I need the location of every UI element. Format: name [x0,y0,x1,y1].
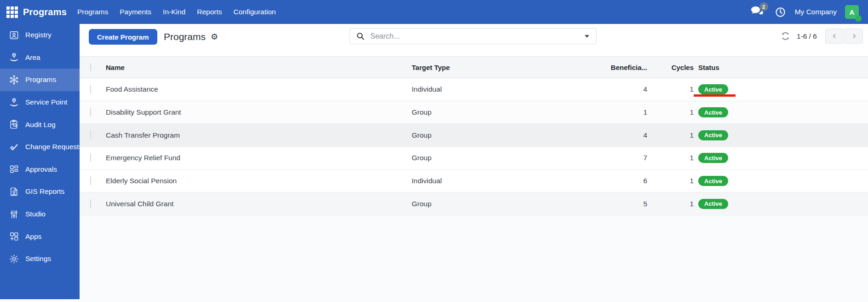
sidebar-item-registry[interactable]: Registry [0,24,80,46]
sidebar-item-label: GIS Reports [25,187,64,196]
check-icon [9,142,19,152]
row-checkbox[interactable] [90,199,91,208]
sidebar-item-label: Settings [25,255,51,263]
refresh-icon[interactable] [781,32,790,41]
sidebar-item-approvals[interactable]: Approvals [0,158,80,181]
page-title: Programs [164,31,206,42]
cell-name: Emergency Relief Fund [106,154,180,162]
cell-target-type: Group [412,131,431,139]
pager-range: 1-6 / 6 [797,32,817,41]
hand-pin-icon [9,97,19,108]
row-checkbox[interactable] [90,108,91,116]
view-settings-gear-icon[interactable]: ⚙ [211,33,218,41]
sidebar-item-audit-log[interactable]: Audit Log [0,113,80,136]
menu-reports[interactable]: Reports [197,6,222,18]
pager-next-button[interactable] [845,29,863,44]
row-checkbox[interactable] [90,85,91,93]
cell-target-type: Group [412,200,431,208]
sidebar-item-area[interactable]: Area [0,46,80,69]
programs-list: NameTarget TypeBeneficia...CyclesStatus … [80,56,868,215]
cell-name: Disability Support Grant [106,108,181,116]
column-header-target-type[interactable]: Target Type [412,64,450,71]
user-avatar[interactable]: A [845,5,859,19]
menu-payments[interactable]: Payments [120,6,151,18]
sidebar-item-label: Change Requests [25,143,82,151]
search-filters-caret-icon[interactable] [585,35,589,38]
sidebar-item-label: Area [25,53,40,62]
gear-icon [9,254,19,264]
cell-beneficiaries: 4 [643,131,647,139]
sidebar-item-label: Studio [25,210,46,218]
cell-beneficiaries: 6 [643,177,647,185]
sidebar-item-label: Approvals [25,165,57,174]
table-row-elderly-social-pension[interactable]: Elderly Social PensionIndividual61Active [80,170,868,193]
cell-target-type: Group [412,108,431,116]
status-badge: Active [698,107,728,117]
network-icon [9,75,19,85]
sidebar-item-label: Programs [25,76,56,84]
sidebar-item-settings[interactable]: Settings [0,248,80,270]
sidebar-item-studio[interactable]: Studio [0,203,80,226]
cell-cycles: 1 [690,177,694,185]
cell-cycles: 1 [690,131,694,139]
status-badge: Active [698,176,728,186]
cell-cycles: 1 [690,154,694,162]
app-title: Programs [23,7,67,17]
search-input[interactable] [369,32,585,41]
row-checkbox[interactable] [90,153,91,162]
create-program-button[interactable]: Create Program [89,29,157,45]
company-switcher[interactable]: My Company [795,8,837,16]
breadcrumb: Programs ⚙ [164,24,218,50]
pager-previous-button[interactable] [825,29,844,44]
table-row-emergency-relief-fund[interactable]: Emergency Relief FundGroup71Active [80,147,868,170]
sidebar-item-programs[interactable]: Programs [0,69,80,91]
top-navbar: Programs ProgramsPaymentsIn-KindReportsC… [0,0,868,24]
activities-clock-icon[interactable] [775,7,786,17]
cell-beneficiaries: 4 [643,85,647,93]
cell-target-type: Individual [412,177,442,185]
table-row-cash-transfer-program[interactable]: Cash Transfer ProgramGroup41Active [80,124,868,147]
table-row-disability-support-grant[interactable]: Disability Support GrantGroup11Active [80,101,868,124]
cell-cycles: 1 [690,85,694,93]
table-row-universal-child-grant[interactable]: Universal Child GrantGroup51Active [80,192,868,215]
menu-programs[interactable]: Programs [77,6,108,18]
document-pin-icon [9,186,19,197]
cell-beneficiaries: 5 [643,200,647,208]
menu-in-kind[interactable]: In-Kind [163,6,185,18]
status-badge: Active [698,84,728,94]
cell-cycles: 1 [690,108,694,116]
column-header-cycles[interactable]: Cycles [672,64,694,71]
main-content: Create Program Programs ⚙ [80,24,868,302]
annotation-underline [694,94,736,97]
table-row-food-assistance[interactable]: Food AssistanceIndividual41Active [80,78,868,101]
apps-grid-icon[interactable] [6,6,18,18]
menu-configuration[interactable]: Configuration [234,6,276,18]
sidebar-item-label: Service Point [25,98,67,106]
sidebar-item-change-requests[interactable]: Change Requests [0,136,80,158]
application-window: Programs ProgramsPaymentsIn-KindReportsC… [0,0,868,302]
messages-icon[interactable]: 2 [751,6,763,18]
row-checkbox[interactable] [90,131,91,139]
search-icon [356,32,365,41]
column-header-name[interactable]: Name [106,64,125,71]
row-checkbox[interactable] [90,176,91,185]
id-card-icon [9,30,19,41]
cell-cycles: 1 [690,200,694,208]
blocks-icon [9,164,19,174]
sidebar-item-service-point[interactable]: Service Point [0,91,80,114]
empty-area [80,215,868,302]
cell-name: Universal Child Grant [106,200,173,208]
clipboard-search-icon [9,119,19,130]
cell-target-type: Individual [412,85,442,93]
hand-pin-icon [9,52,19,63]
messages-count-badge: 2 [759,2,768,11]
cell-beneficiaries: 1 [643,108,647,116]
sidebar-item-label: Audit Log [25,121,56,129]
select-all-checkbox[interactable] [90,63,91,72]
column-header-status[interactable]: Status [698,64,719,71]
status-badge: Active [698,153,728,163]
cell-name: Elderly Social Pension [106,177,177,185]
sidebar-item-apps[interactable]: Apps [0,225,80,248]
sidebar-item-gis-reports[interactable]: GIS Reports [0,180,80,203]
column-header-beneficia[interactable]: Beneficia... [611,64,647,71]
